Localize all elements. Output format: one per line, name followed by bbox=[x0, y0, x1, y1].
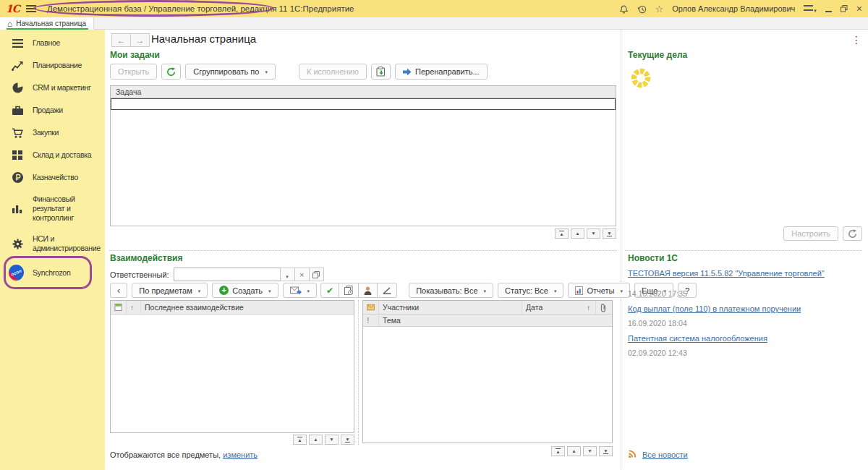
tab-home-page[interactable]: Начальная страница bbox=[0, 17, 94, 30]
current-user[interactable]: Орлов Александр Владимирович bbox=[672, 4, 795, 13]
sidebar-item-sales[interactable]: Продажи bbox=[0, 99, 105, 121]
news-date: 02.09.2020 12:43 bbox=[628, 349, 858, 357]
reviewed-check-button[interactable] bbox=[320, 283, 339, 298]
history-icon[interactable] bbox=[637, 4, 647, 14]
news-heading: Новости 1С bbox=[628, 253, 678, 263]
collapse-button[interactable] bbox=[110, 283, 127, 298]
to-execution-button[interactable]: К исполнению bbox=[299, 64, 367, 80]
go-last-button[interactable] bbox=[603, 228, 616, 239]
configure-button[interactable]: Настроить bbox=[783, 226, 838, 241]
go-next-button[interactable] bbox=[325, 435, 339, 445]
sidebar-item-synchrozon[interactable]: ozon Synchrozon bbox=[0, 259, 105, 286]
sidebar-item-financial-result[interactable]: Финансовый результат и контроллинг bbox=[0, 189, 105, 228]
paperclip-icon[interactable] bbox=[596, 301, 612, 314]
sidebar-item-purchases[interactable]: Закупки bbox=[0, 121, 105, 144]
close-window-icon[interactable] bbox=[856, 3, 862, 14]
angle-button[interactable] bbox=[377, 283, 397, 298]
open-task-button[interactable]: Открыть bbox=[110, 64, 157, 80]
blue-arrow-icon bbox=[403, 68, 412, 76]
tasks-toolbar: Открыть Сгруппировать по К исполнению Пе… bbox=[110, 64, 488, 80]
warehouse-grid-icon bbox=[11, 150, 24, 160]
go-next-button[interactable] bbox=[583, 446, 597, 456]
go-prev-button[interactable] bbox=[309, 435, 323, 445]
change-subjects-link[interactable]: изменить bbox=[223, 450, 258, 459]
loading-spinner-icon bbox=[631, 68, 651, 90]
page-menu-kebab-icon[interactable] bbox=[851, 34, 861, 46]
main-menu-icon[interactable] bbox=[26, 5, 36, 12]
forward-button[interactable] bbox=[130, 33, 150, 47]
postpone-document-button[interactable] bbox=[339, 283, 359, 298]
create-button[interactable]: Создать bbox=[212, 283, 278, 298]
go-first-button[interactable] bbox=[293, 435, 307, 445]
sidebar-item-crm[interactable]: CRM и маркетинг bbox=[0, 77, 105, 99]
last-interaction-column-header[interactable]: Последнее взаимодействие bbox=[141, 301, 354, 314]
responsible-clear-icon[interactable] bbox=[294, 268, 310, 281]
sidebar-item-main[interactable]: Главное bbox=[0, 32, 105, 54]
briefcase-icon bbox=[11, 106, 24, 115]
row-separator-left bbox=[109, 250, 617, 251]
topic-column-header[interactable]: Тема bbox=[379, 315, 612, 326]
refresh-current-affairs-button[interactable] bbox=[843, 226, 862, 241]
go-first-button[interactable] bbox=[551, 446, 565, 456]
angle-icon bbox=[383, 287, 391, 294]
news-link[interactable]: Код выплат (поле 110) в платежном поруче… bbox=[628, 304, 858, 313]
restore-window-icon[interactable] bbox=[841, 5, 848, 12]
go-next-button[interactable] bbox=[587, 228, 600, 239]
responsible-open-icon[interactable] bbox=[309, 268, 324, 281]
sidebar-nav: Главное Планирование CRM и маркетинг Про… bbox=[0, 30, 105, 470]
envelope-icon[interactable] bbox=[363, 301, 379, 314]
go-first-button[interactable] bbox=[555, 228, 569, 239]
responsible-dropdown-icon[interactable] bbox=[280, 268, 295, 281]
person-icon bbox=[364, 286, 372, 295]
back-button[interactable] bbox=[111, 33, 131, 47]
create-based-on-button[interactable] bbox=[283, 283, 318, 298]
participants-column-header[interactable]: Участники bbox=[379, 301, 522, 314]
tasks-column-header[interactable]: Задача bbox=[111, 86, 616, 98]
interactions-left-table-nav bbox=[291, 435, 354, 445]
go-last-button[interactable] bbox=[599, 446, 613, 456]
reports-button[interactable]: Отчеты bbox=[568, 283, 630, 298]
interactions-heading: Взаимодействия bbox=[110, 253, 182, 263]
date-column-header[interactable]: Дата bbox=[522, 301, 583, 314]
note-icon[interactable] bbox=[111, 301, 127, 314]
responsible-input[interactable] bbox=[174, 268, 281, 281]
sidebar-item-treasury[interactable]: Казначейство bbox=[0, 166, 105, 189]
go-last-button[interactable] bbox=[341, 435, 354, 445]
favorites-star-icon[interactable] bbox=[655, 4, 664, 14]
bar-chart-icon bbox=[11, 204, 24, 213]
minimize-window-icon[interactable] bbox=[825, 6, 832, 12]
sidebar-item-warehouse[interactable]: Склад и доставка bbox=[0, 144, 105, 166]
sidebar-item-planning[interactable]: Планирование bbox=[0, 54, 105, 77]
interactions-right-table[interactable]: Участники Дата Тема bbox=[362, 300, 613, 443]
go-prev-button[interactable] bbox=[567, 446, 581, 456]
all-news-link[interactable]: Все новости bbox=[642, 450, 688, 459]
tasks-heading: Мои задачи bbox=[110, 50, 160, 60]
show-filter-button[interactable]: Показывать: Все bbox=[409, 283, 493, 298]
contact-person-button[interactable] bbox=[358, 283, 378, 298]
rss-icon bbox=[628, 449, 637, 460]
tasks-table[interactable]: Задача bbox=[110, 85, 616, 226]
document-clock-icon bbox=[344, 286, 353, 295]
by-subjects-button[interactable]: По предметам bbox=[132, 283, 208, 298]
tables-separator bbox=[358, 300, 359, 445]
redirect-button[interactable]: Перенаправить... bbox=[395, 64, 488, 80]
main-content: Начальная страница Мои задачи Открыть Сг… bbox=[105, 30, 868, 470]
news-link[interactable]: Патентная система налогообложения bbox=[628, 334, 858, 343]
interactions-left-table[interactable]: Последнее взаимодействие bbox=[110, 300, 354, 433]
forward-task-button[interactable] bbox=[371, 64, 391, 80]
refresh-tasks-button[interactable] bbox=[161, 64, 181, 80]
sort-ascending-icon[interactable] bbox=[127, 301, 141, 314]
go-prev-button[interactable] bbox=[571, 228, 584, 239]
tasks-current-row[interactable] bbox=[111, 98, 616, 110]
mail-arrow-icon bbox=[290, 286, 302, 295]
sort-ascending-icon[interactable] bbox=[583, 301, 596, 314]
sidebar-item-nsi-admin[interactable]: НСИ и администрирование bbox=[0, 228, 105, 259]
group-by-button[interactable]: Сгруппировать по bbox=[185, 64, 276, 80]
importance-icon[interactable] bbox=[363, 315, 379, 326]
report-icon bbox=[575, 286, 583, 295]
user-settings-icon[interactable] bbox=[804, 2, 817, 15]
responsible-label: Ответственный: bbox=[110, 270, 169, 279]
notifications-bell-icon[interactable] bbox=[619, 4, 629, 14]
status-filter-button[interactable]: Статус: Все bbox=[498, 283, 563, 298]
news-link[interactable]: ТЕСТОВАЯ версия 11.5.5.82 "Управление то… bbox=[628, 269, 858, 278]
